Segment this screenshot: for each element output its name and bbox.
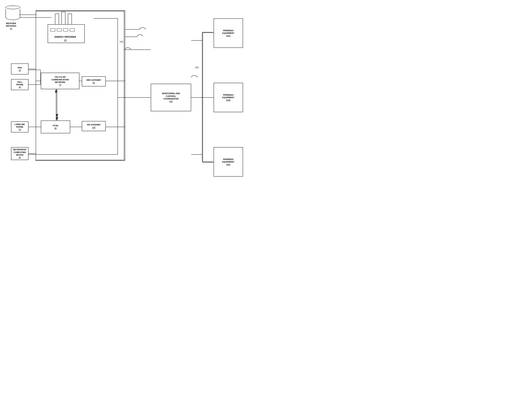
line-label-110-mid: 110	[195, 66, 199, 69]
db-top	[5, 5, 20, 9]
svg-rect-32	[61, 12, 65, 25]
svg-rect-38	[70, 29, 74, 31]
svg-rect-31	[55, 14, 59, 25]
line-label-110-top: 110	[119, 41, 123, 43]
premises-a-node: PREMISES EQUIPMENT 300a	[214, 18, 243, 48]
landline-node: LANDLINE PHONE 50	[11, 121, 29, 132]
svg-rect-33	[68, 14, 72, 25]
cellular-node: CELLULAR COMMUNICATION NETWORK 70	[41, 73, 79, 89]
factory-svg: ENERGY PROVIDER 20	[37, 10, 94, 47]
svg-line-68	[143, 37, 151, 52]
svg-line-49	[29, 69, 41, 81]
db-body	[5, 9, 20, 20]
diagram: WEATHER ARCHIVES 10 ENERGY PROVIDER 20 P…	[0, 0, 266, 197]
ivr-node: IVR GATEWAY 100	[82, 121, 106, 131]
svg-rect-37	[63, 29, 68, 31]
monitoring-node: MONITORING AND CONTROL COORDINATOR 200	[151, 84, 191, 111]
sms-node: SMS GATEWAY 90	[82, 76, 106, 86]
svg-text:20: 20	[64, 39, 66, 41]
svg-text:ENERGY PROVIDER: ENERGY PROVIDER	[55, 36, 76, 38]
weather-label: WEATHER ARCHIVES 10	[1, 22, 21, 30]
svg-rect-35	[51, 29, 55, 31]
networked-node: NETWORKED COMPUTING DEVICE 60	[11, 147, 29, 160]
pda-node: PDA 30	[11, 63, 29, 74]
premises-b-node: PREMISES EQUIPMENT 300b	[214, 83, 243, 112]
cellphone-node: CELL PHONE 40	[11, 79, 29, 90]
svg-line-66	[140, 29, 151, 50]
svg-rect-36	[57, 29, 61, 31]
weather-archives-node	[5, 5, 20, 20]
premises-c-node: PREMISES EQUIPMENT 300c	[214, 147, 243, 176]
energy-provider-node: ENERGY PROVIDER 20	[37, 10, 94, 47]
ptsn-node: PTSN 80	[41, 120, 70, 133]
